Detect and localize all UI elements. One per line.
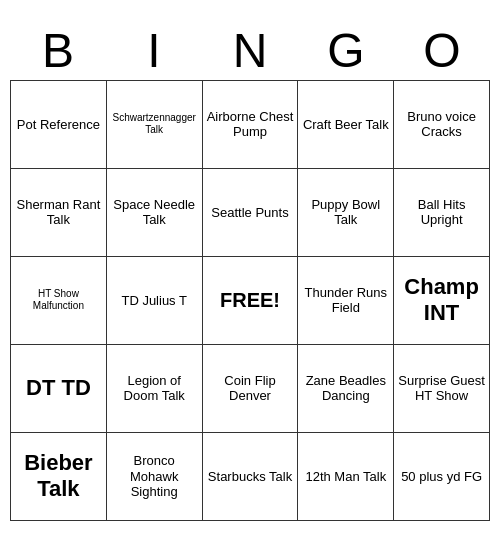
header-n: N <box>202 23 298 80</box>
cell-0-2[interactable]: Airborne Chest Pump <box>203 81 299 169</box>
cell-2-0[interactable]: HT Show Malfunction <box>11 257 107 345</box>
cell-0-4[interactable]: Bruno voice Cracks <box>394 81 490 169</box>
cell-3-1[interactable]: Legion of Doom Talk <box>107 345 203 433</box>
bingo-grid: Pot Reference Schwartzennagger Talk Airb… <box>10 80 490 521</box>
cell-1-1[interactable]: Space Needle Talk <box>107 169 203 257</box>
header-g: G <box>298 23 394 80</box>
cell-4-3[interactable]: 12th Man Talk <box>298 433 394 521</box>
cell-1-3[interactable]: Puppy Bowl Talk <box>298 169 394 257</box>
bingo-card: B I N G O Pot Reference Schwartzennagger… <box>10 23 490 521</box>
cell-2-1[interactable]: TD Julius T <box>107 257 203 345</box>
cell-3-2[interactable]: Coin Flip Denver <box>203 345 299 433</box>
cell-0-3[interactable]: Craft Beer Talk <box>298 81 394 169</box>
header-o: O <box>394 23 490 80</box>
header-i: I <box>106 23 202 80</box>
cell-1-2[interactable]: Seattle Punts <box>203 169 299 257</box>
cell-1-0[interactable]: Sherman Rant Talk <box>11 169 107 257</box>
cell-2-2-free[interactable]: FREE! <box>203 257 299 345</box>
cell-4-0[interactable]: Bieber Talk <box>11 433 107 521</box>
cell-4-2[interactable]: Starbucks Talk <box>203 433 299 521</box>
bingo-header: B I N G O <box>10 23 490 80</box>
cell-1-4[interactable]: Ball Hits Upright <box>394 169 490 257</box>
cell-0-0[interactable]: Pot Reference <box>11 81 107 169</box>
cell-3-0[interactable]: DT TD <box>11 345 107 433</box>
cell-4-1[interactable]: Bronco Mohawk Sighting <box>107 433 203 521</box>
header-b: B <box>10 23 106 80</box>
cell-0-1[interactable]: Schwartzennagger Talk <box>107 81 203 169</box>
cell-2-3[interactable]: Thunder Runs Field <box>298 257 394 345</box>
cell-3-3[interactable]: Zane Beadles Dancing <box>298 345 394 433</box>
cell-2-4[interactable]: Champ INT <box>394 257 490 345</box>
cell-4-4[interactable]: 50 plus yd FG <box>394 433 490 521</box>
cell-3-4[interactable]: Surprise Guest HT Show <box>394 345 490 433</box>
